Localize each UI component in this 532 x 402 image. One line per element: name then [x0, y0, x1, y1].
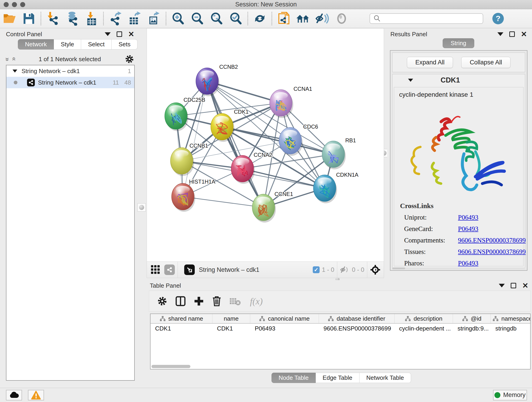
crosslink-link[interactable]: 9606.ENSP00000378699 — [458, 248, 526, 255]
table-cell[interactable]: stringdb — [491, 324, 531, 333]
network-collection-row[interactable]: String Network – cdk1 1 — [6, 65, 134, 77]
memory-button[interactable]: Memory — [493, 390, 527, 400]
gene-expander-icon[interactable] — [408, 79, 413, 82]
show-selection-eye-icon[interactable] — [335, 12, 349, 26]
table-cell[interactable]: CDK1 — [212, 324, 250, 333]
column-header--id[interactable]: @id — [453, 314, 491, 323]
delete-column-icon[interactable] — [212, 296, 222, 307]
tab-network-table[interactable]: Network Table — [360, 373, 411, 383]
network-options-gear-icon[interactable] — [125, 54, 134, 64]
import-network-from-database-icon[interactable] — [65, 12, 79, 26]
table-row[interactable]: CDK1CDK1P064939606.ENSP00000378699cyclin… — [151, 324, 530, 333]
panel-close-icon[interactable]: ✕ — [521, 31, 527, 38]
zoom-selected-icon[interactable] — [229, 12, 243, 26]
panel-float-icon[interactable] — [511, 283, 516, 288]
clone-network-icon[interactable] — [277, 12, 291, 26]
node-CCNA1[interactable] — [270, 89, 293, 118]
expand-all-networks-icon[interactable]: » — [9, 57, 17, 61]
birds-eye-grid-icon[interactable] — [151, 265, 161, 275]
hidden-eye-icon[interactable] — [340, 266, 350, 274]
tab-edge-table[interactable]: Edge Table — [316, 373, 360, 383]
expand-all-button[interactable]: Expand All — [407, 57, 453, 68]
node-CDC6[interactable] — [279, 128, 303, 156]
results-scrollbar[interactable] — [392, 268, 525, 269]
node-CCNA2[interactable] — [231, 155, 255, 184]
panel-menu-icon[interactable] — [497, 32, 503, 36]
search-box[interactable] — [370, 13, 483, 24]
table-options-gear-icon[interactable] — [157, 296, 167, 306]
network-row[interactable]: String Network – cdk1 11 48 — [6, 77, 134, 88]
table-cell[interactable]: CDK1 — [151, 324, 212, 333]
collapse-all-button[interactable]: Collapse All — [461, 57, 510, 68]
zoom-fit-icon[interactable] — [209, 12, 224, 26]
column-header-shared-name[interactable]: shared name — [151, 314, 212, 323]
table-cell[interactable]: 9606.ENSP00000378699 — [319, 324, 394, 333]
node-CCNE1[interactable] — [252, 194, 276, 223]
tab-style[interactable]: Style — [54, 39, 81, 50]
open-session-icon[interactable] — [2, 12, 17, 26]
panel-menu-icon[interactable] — [499, 284, 505, 287]
table-toolbar: f(x) — [149, 291, 531, 312]
tab-network[interactable]: Network — [18, 39, 54, 50]
node-HIST1H1A[interactable] — [172, 183, 195, 212]
function-builder-icon: f(x) — [250, 296, 263, 307]
collection-expander-icon[interactable] — [13, 70, 17, 73]
fit-content-crosshair-icon[interactable] — [370, 264, 380, 275]
table-cell[interactable]: cyclin-dependent ... — [394, 324, 453, 333]
zoom-in-icon[interactable] — [171, 12, 185, 26]
show-home-panels-icon[interactable] — [296, 12, 310, 26]
node-CDKN1A[interactable] — [313, 175, 337, 203]
crosslink-link[interactable]: 9606.ENSP00000378699 — [458, 236, 526, 244]
gene-section: CDK1 cyclin-dependent kinase 1 — [392, 74, 525, 268]
open-view-in-window-icon[interactable] — [184, 264, 195, 275]
edge-CCNB2-CCNE1[interactable] — [207, 81, 264, 207]
table-horizontal-scrollbar[interactable] — [152, 365, 530, 368]
node-CDC25B[interactable] — [165, 103, 188, 131]
show-columns-icon[interactable] — [175, 296, 186, 306]
tab-node-table[interactable]: Node Table — [272, 373, 316, 383]
tab-string[interactable]: String — [443, 38, 474, 48]
table-cell[interactable]: P06493 — [250, 324, 319, 333]
gene-section-header[interactable]: CDK1 — [393, 74, 525, 86]
save-session-icon[interactable] — [22, 12, 36, 26]
panel-menu-icon[interactable] — [105, 32, 111, 36]
network-row-label: String Network – cdk1 — [38, 79, 96, 86]
panel-close-icon[interactable]: ✕ — [128, 31, 134, 38]
node-RB1[interactable] — [322, 141, 346, 169]
column-header-database-identifier[interactable]: database identifier — [319, 314, 394, 323]
node-CDK1[interactable] — [211, 114, 234, 142]
column-header-description[interactable]: description — [394, 314, 453, 323]
node-CCNB1[interactable] — [171, 148, 194, 176]
column-header-namespace[interactable]: namespace — [491, 314, 531, 323]
zoom-out-icon[interactable] — [190, 12, 204, 26]
selected-nodes-checkbox-icon[interactable]: ✓ — [313, 266, 320, 273]
panel-close-icon[interactable]: ✕ — [522, 282, 528, 289]
tab-sets[interactable]: Sets — [112, 39, 138, 50]
column-header-name[interactable]: name — [212, 314, 250, 323]
crosslink-link[interactable]: P06493 — [458, 214, 478, 221]
crosslink-link[interactable]: P06493 — [458, 259, 478, 267]
add-column-icon[interactable] — [194, 296, 204, 306]
warnings-button[interactable] — [28, 390, 44, 400]
network-canvas[interactable]: CCNB2CCNA1CDC25BCDK1CDC6RB1CCNB1CCNA2CDK… — [147, 28, 384, 262]
import-table-icon[interactable] — [84, 12, 99, 26]
tab-select[interactable]: Select — [81, 39, 112, 50]
export-image-icon[interactable] — [147, 12, 161, 26]
crosslink-row: Tissues:9606.ENSP00000378699 — [400, 248, 526, 255]
apply-layout-refresh-icon[interactable] — [253, 12, 267, 26]
column-header-canonical-name[interactable]: canonical name — [250, 314, 319, 323]
panel-float-icon[interactable] — [509, 32, 515, 37]
search-input[interactable] — [383, 15, 483, 22]
hide-selection-eye-icon[interactable] — [315, 12, 329, 26]
left-splitter-handle[interactable] — [138, 203, 146, 211]
import-network-icon[interactable] — [46, 12, 60, 26]
cloud-status-button[interactable] — [6, 390, 22, 400]
node-CCNB2[interactable] — [196, 68, 220, 96]
export-table-icon[interactable] — [128, 12, 142, 26]
panel-float-icon[interactable] — [117, 32, 122, 37]
string-view-icon[interactable] — [164, 264, 175, 275]
crosslink-link[interactable]: P06493 — [458, 225, 478, 233]
export-network-icon[interactable] — [108, 12, 123, 26]
table-cell[interactable]: stringdb:9... — [453, 324, 491, 333]
help-icon[interactable]: ? — [491, 12, 505, 26]
